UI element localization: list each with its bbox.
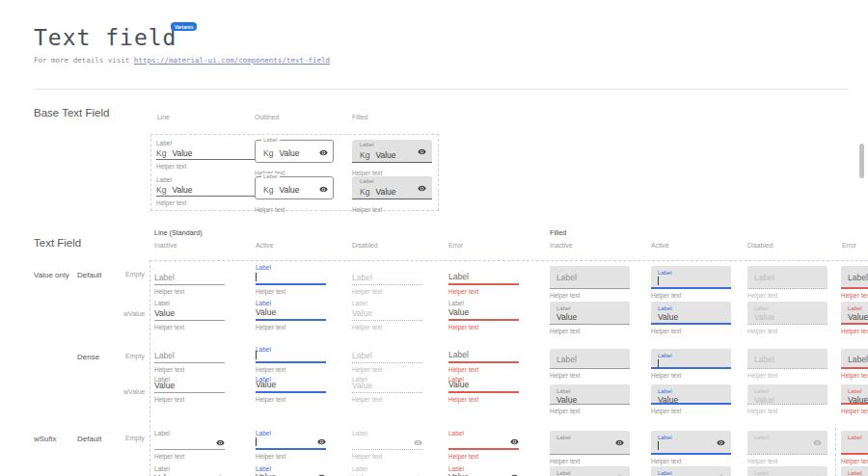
doc-link[interactable]: https://material-ui.com/components/text-… bbox=[134, 56, 330, 65]
text-field-line-error[interactable]: LabelValueHelper text bbox=[448, 376, 519, 403]
text-field-filled-disabled[interactable]: LabelValueHelper text bbox=[747, 302, 827, 334]
text-field-filled-error[interactable]: LabelHelper text bbox=[841, 431, 868, 464]
text-field-line-inactive[interactable]: LabelHelper text bbox=[154, 264, 225, 295]
text-field-line-inactive[interactable]: LabelValueHelper text bbox=[154, 465, 225, 476]
text-field-filled-disabled[interactable]: LabelHelper text bbox=[747, 431, 827, 464]
text-field-line-disabled[interactable]: LabelValueHelper text bbox=[352, 465, 422, 476]
field-value-row bbox=[658, 277, 724, 287]
text-field-filled-inactive[interactable]: LabelHelper text bbox=[550, 349, 630, 379]
text-field-filled-active[interactable]: LabelHelper text bbox=[651, 431, 731, 464]
text-field-line-disabled[interactable]: LabelHelper text bbox=[352, 346, 422, 373]
field-input-row bbox=[352, 438, 422, 450]
field-input-row: Value bbox=[154, 308, 225, 321]
text-field-filled-inactive[interactable]: LabelValueHelper text bbox=[550, 466, 630, 476]
field-label-floating: Label bbox=[256, 264, 326, 273]
field-helper-text: Helper text bbox=[841, 328, 868, 334]
field-input-row: Value bbox=[256, 308, 326, 321]
text-field-filled-error[interactable]: LabelValueHelper text bbox=[841, 384, 868, 414]
field-input-row bbox=[256, 353, 326, 363]
field-helper-text: Helper text bbox=[651, 408, 731, 414]
text-field-line-active[interactable]: LabelValueHelper text bbox=[256, 300, 326, 331]
field-label-floating: Label bbox=[848, 387, 868, 395]
text-field-filled-error[interactable]: LabelValueHelper text bbox=[841, 466, 868, 476]
text-field-line-error[interactable]: LabelHelper text bbox=[448, 430, 519, 460]
field-value: Value bbox=[279, 185, 299, 195]
text-field-filled-active[interactable]: LabelValueHelper text bbox=[651, 302, 731, 334]
field-value: Value bbox=[172, 185, 192, 195]
field-input-row bbox=[256, 438, 326, 450]
field-helper-text: Helper text bbox=[841, 408, 868, 414]
text-field-filled-error[interactable]: LabelHelper text bbox=[841, 349, 868, 379]
subtitle: For more details visit https://material-… bbox=[34, 56, 330, 65]
filled-box: LabelValue bbox=[550, 302, 630, 325]
text-field-filled-inactive[interactable]: LabelHelper text bbox=[550, 431, 630, 464]
field-value: Value bbox=[658, 312, 678, 322]
text-field-filled-active[interactable]: LabelValueHelper text bbox=[651, 466, 731, 476]
text-cursor bbox=[658, 277, 659, 285]
text-field-filled-error[interactable]: LabelValueHelper text bbox=[841, 302, 868, 334]
field-helper-text: Helper text bbox=[448, 288, 519, 295]
text-field-line-error[interactable]: LabelHelper text bbox=[448, 264, 519, 295]
text-field-line-error[interactable]: LabelValueHelper text bbox=[448, 300, 519, 331]
text-field-line-inactive[interactable]: LabelValueHelper text bbox=[154, 376, 225, 403]
text-field-line-error[interactable]: LabelValueHelper text bbox=[448, 465, 519, 476]
field-input-row: Label bbox=[154, 273, 225, 285]
text-field-filled-active[interactable]: LabelHelper text bbox=[651, 349, 731, 379]
field-label: Label bbox=[261, 137, 280, 143]
field-label-floating: Label bbox=[256, 346, 326, 353]
text-field-filled-disabled[interactable]: LabelValueHelper text bbox=[747, 466, 827, 476]
field-prefix: Kg bbox=[156, 148, 166, 158]
text-field-line-disabled[interactable]: LabelValueHelper text bbox=[352, 376, 422, 403]
field-value: Value bbox=[256, 380, 276, 389]
field-helper-text: Helper text bbox=[352, 366, 422, 373]
text-field-line-inactive[interactable]: LabelHelper text bbox=[154, 346, 225, 373]
filled-box: Label bbox=[841, 266, 868, 289]
filled-box: LabelValue bbox=[841, 302, 868, 325]
text-field-filled-disabled[interactable]: LabelHelper text bbox=[747, 349, 827, 379]
text-field-line-disabled[interactable]: LabelHelper text bbox=[352, 264, 422, 295]
text-field-filled-disabled[interactable]: LabelValueHelper text bbox=[747, 384, 827, 414]
text-field-filled-error[interactable]: LabelHelper text bbox=[841, 266, 868, 299]
field-label-floating: Label bbox=[658, 434, 724, 441]
text-field-line-inactive[interactable]: LabelValueHelper text bbox=[154, 300, 225, 331]
text-field-line-active[interactable]: LabelHelper text bbox=[256, 346, 326, 373]
field-helper-text: Helper text bbox=[550, 408, 630, 414]
field-helper-text: Helper text bbox=[256, 366, 326, 373]
field-value-row: Value bbox=[754, 312, 821, 322]
base-section-title: Base Text Field bbox=[34, 107, 109, 119]
text-field-filled-active[interactable]: LabelHelper text bbox=[651, 266, 731, 299]
field-label-floating: Label bbox=[848, 304, 868, 312]
field-value-row: Value bbox=[556, 312, 623, 322]
vertical-scrollbar-thumb[interactable] bbox=[859, 144, 864, 178]
field-helper-text: Helper text bbox=[448, 324, 519, 331]
text-field-filled-active[interactable]: LabelValueHelper text bbox=[651, 384, 731, 414]
field-value-row: Value bbox=[556, 395, 623, 405]
outlined-box: LabelKgValue bbox=[255, 176, 334, 199]
state-header-disabled: Disabled bbox=[352, 242, 377, 249]
field-label-floating: Label bbox=[658, 387, 724, 395]
text-field-line-active[interactable]: LabelHelper text bbox=[256, 430, 326, 460]
eye-icon bbox=[813, 434, 822, 451]
text-field-filled-inactive[interactable]: LabelValueHelper text bbox=[550, 384, 630, 414]
field-label: Label bbox=[360, 178, 374, 184]
text-field-filled-inactive[interactable]: LabelValueHelper text bbox=[550, 302, 630, 334]
text-field-line-active[interactable]: LabelHelper text bbox=[256, 264, 326, 295]
field-helper-text: Helper text bbox=[550, 372, 630, 379]
text-field-line-disabled[interactable]: LabelValueHelper text bbox=[352, 300, 422, 331]
row-label: Value only bbox=[34, 271, 69, 279]
text-field-line-active[interactable]: LabelValueHelper text bbox=[256, 376, 326, 403]
text-field-line-error[interactable]: LabelHelper text bbox=[448, 346, 519, 373]
field-helper-text: Helper text bbox=[256, 288, 326, 295]
text-field-line-disabled[interactable]: LabelHelper text bbox=[352, 430, 422, 460]
text-field-filled-disabled[interactable]: LabelHelper text bbox=[747, 266, 827, 299]
text-field-line-inactive[interactable]: LabelHelper text bbox=[154, 430, 225, 460]
base-text-field-line[interactable]: LabelKgValueHelper text bbox=[156, 176, 268, 206]
text-field-line-active[interactable]: LabelValueHelper text bbox=[256, 465, 326, 476]
field-value: Value bbox=[154, 381, 175, 390]
text-field-filled-inactive[interactable]: LabelHelper text bbox=[550, 266, 630, 299]
field-helper-text: Helper text bbox=[154, 288, 225, 295]
field-label-floating: Label bbox=[352, 430, 422, 438]
filled-box: LabelValue bbox=[651, 384, 731, 405]
field-input-row bbox=[256, 273, 326, 285]
base-text-field-line[interactable]: LabelKgValueHelper text bbox=[156, 140, 268, 170]
